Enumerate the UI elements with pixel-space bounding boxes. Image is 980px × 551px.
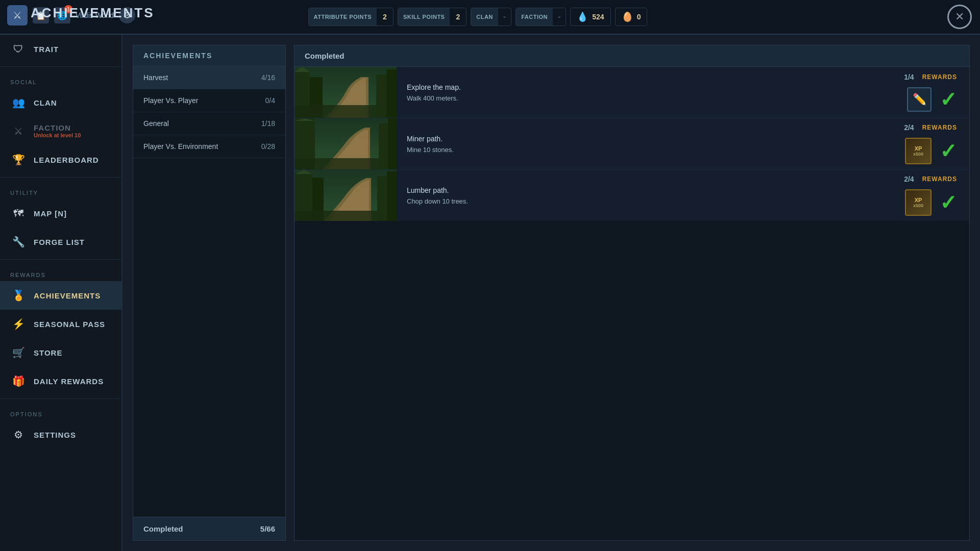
category-pvp[interactable]: Player Vs. Player 0/4 — [133, 89, 285, 112]
sidebar-item-store-label: STORE — [34, 348, 62, 357]
harvest-label: Harvest — [143, 73, 168, 82]
faction-box[interactable]: FACTION - — [516, 8, 566, 26]
sidebar-item-leaderboard-label: LEADERBOARD — [34, 156, 99, 164]
category-harvest[interactable]: Harvest 4/16 — [133, 66, 285, 89]
sidebar-item-forge-label: FORGE LIST — [34, 238, 85, 246]
daily-icon: 🎁 — [10, 373, 27, 389]
svg-rect-18 — [377, 176, 387, 221]
sidebar-item-clan-label: CLAN — [34, 98, 57, 107]
explore-desc: Walk 400 meters. — [407, 94, 857, 102]
general-label: General — [143, 119, 169, 128]
divider-2 — [0, 177, 121, 178]
lumber-progress: 2/4 — [904, 175, 914, 183]
map-icon: 🗺 — [10, 205, 27, 221]
sidebar-item-faction-label: FACTION — [34, 123, 81, 132]
currency2-icon: 🥚 — [622, 11, 633, 22]
explore-right: 1/4 REWARDS ✏️ ✓ — [867, 73, 969, 112]
explore-checkmark: ✓ — [940, 88, 957, 111]
sidebar-item-achievements[interactable]: 🏅 ACHIEVEMENTS — [0, 281, 121, 310]
lumber-right: 2/4 REWARDS XP x500 ✓ — [867, 175, 969, 216]
achievements-icon: 🏅 — [10, 287, 27, 304]
achievement-category-list: Harvest 4/16 Player Vs. Player 0/4 Gener… — [133, 66, 286, 517]
attribute-points-box: ATTRIBUTE POINTS 2 — [308, 8, 394, 26]
sidebar-item-settings-label: SETTINGS — [34, 431, 76, 439]
divider-1 — [0, 66, 121, 67]
clan-dash[interactable]: - — [498, 12, 511, 21]
miner-image — [295, 118, 397, 169]
completed-achievements-list: Explore the map. Walk 400 meters. 1/4 RE… — [294, 66, 970, 541]
lumber-rewards-label: REWARDS — [922, 176, 957, 183]
right-panel: Completed — [294, 45, 970, 541]
completed-header: Completed — [294, 45, 970, 66]
lumber-desc: Chop down 10 trees. — [407, 197, 857, 205]
forge-icon: 🔧 — [10, 234, 27, 250]
explore-progress: 1/4 — [904, 73, 914, 81]
sidebar-item-faction[interactable]: ⚔ FACTION Unlock at level 10 — [0, 117, 121, 145]
sidebar-item-store[interactable]: 🛒 STORE — [0, 338, 121, 367]
faction-unlock-hint: Unlock at level 10 — [34, 132, 81, 139]
skill-points-box: SKILL POINTS 2 — [398, 8, 467, 26]
svg-rect-12 — [388, 118, 397, 169]
category-pve[interactable]: Player Vs. Environment 0/28 — [133, 135, 285, 158]
sidebar-item-trait-label: TRAIT — [34, 45, 59, 54]
completed-footer-label: Completed — [143, 524, 183, 533]
faction-icon: ⚔ — [10, 123, 27, 139]
sidebar-item-daily[interactable]: 🎁 DAILY REWARDS — [0, 367, 121, 395]
pve-label: Player Vs. Environment — [143, 142, 218, 151]
sidebar: 🛡 TRAIT SOCIAL 👥 CLAN ⚔ FACTION Unlock a… — [0, 35, 122, 551]
achievement-card-explore[interactable]: Explore the map. Walk 400 meters. 1/4 RE… — [295, 67, 969, 118]
explore-reward-icon: ✏️ — [907, 87, 932, 112]
sidebar-item-map[interactable]: 🗺 MAP [N] — [0, 199, 121, 228]
miner-top-row: 2/4 REWARDS — [904, 123, 957, 132]
sidebar-item-leaderboard[interactable]: 🏆 LEADERBOARD — [0, 145, 121, 174]
svg-rect-5 — [376, 74, 386, 118]
explore-rewards-label: REWARDS — [922, 73, 957, 81]
pvp-count: 0/4 — [265, 96, 275, 105]
leaderboard-icon: 🏆 — [10, 152, 27, 168]
achievement-card-lumber[interactable]: Lumber path. Chop down 10 trees. 2/4 REW… — [295, 170, 969, 221]
store-icon: 🛒 — [10, 344, 27, 361]
top-bar-right: ✕ — [947, 5, 972, 29]
attribute-points-label: ATTRIBUTE POINTS — [309, 8, 377, 26]
sidebar-item-clan[interactable]: 👥 CLAN — [0, 88, 121, 117]
pvp-label: Player Vs. Player — [143, 96, 198, 105]
completed-footer: Completed 5/66 — [133, 517, 286, 541]
trait-icon: 🛡 — [10, 41, 27, 57]
main-content: ACHIEVEMENTS Harvest 4/16 Player Vs. Pla… — [122, 35, 980, 551]
lumber-top-row: 2/4 REWARDS — [904, 175, 957, 183]
completed-footer-count: 5/66 — [260, 524, 275, 533]
lumber-checkmark: ✓ — [940, 191, 957, 214]
svg-rect-6 — [386, 69, 397, 118]
left-panel: ACHIEVEMENTS Harvest 4/16 Player Vs. Pla… — [133, 45, 286, 541]
sidebar-item-settings[interactable]: ⚙ SETTINGS — [0, 420, 121, 449]
sidebar-item-seasonal[interactable]: ⚡ SEASONAL PASS — [0, 310, 121, 338]
sidebar-item-map-label: MAP [N] — [34, 209, 67, 218]
divider-4 — [0, 398, 121, 399]
miner-title: Miner path. — [407, 135, 857, 143]
lumber-image — [295, 170, 397, 221]
category-general[interactable]: General 1/18 — [133, 112, 285, 135]
faction-dash[interactable]: - — [553, 12, 566, 21]
sidebar-item-trait[interactable]: 🛡 TRAIT — [0, 35, 121, 63]
rewards-section-label: REWARDS — [0, 263, 121, 281]
settings-gear-icon: ⚙ — [10, 427, 27, 443]
general-count: 1/18 — [261, 119, 275, 128]
divider-3 — [0, 259, 121, 260]
miner-progress: 2/4 — [904, 123, 914, 132]
lumber-reward-icon: XP x500 — [905, 189, 932, 216]
sidebar-item-daily-label: DAILY REWARDS — [34, 377, 104, 386]
close-button[interactable]: ✕ — [947, 5, 972, 29]
sidebar-item-forge[interactable]: 🔧 FORGE LIST — [0, 228, 121, 256]
utility-section-label: UTILITY — [0, 181, 121, 199]
currency1-value: 524 — [592, 13, 604, 21]
miner-rewards-label: REWARDS — [922, 124, 957, 131]
achievement-card-miner[interactable]: Miner path. Mine 10 stones. 2/4 REWARDS … — [295, 118, 969, 170]
clan-box[interactable]: CLAN - — [471, 8, 511, 26]
miner-checkmark: ✓ — [940, 139, 957, 163]
social-section-label: SOCIAL — [0, 70, 121, 88]
explore-content: Explore the map. Walk 400 meters. — [397, 75, 867, 110]
lumber-title: Lumber path. — [407, 186, 857, 194]
harvest-count: 4/16 — [261, 73, 275, 82]
currency1-box: 💧 524 — [570, 8, 610, 26]
miner-content: Miner path. Mine 10 stones. — [397, 127, 867, 162]
